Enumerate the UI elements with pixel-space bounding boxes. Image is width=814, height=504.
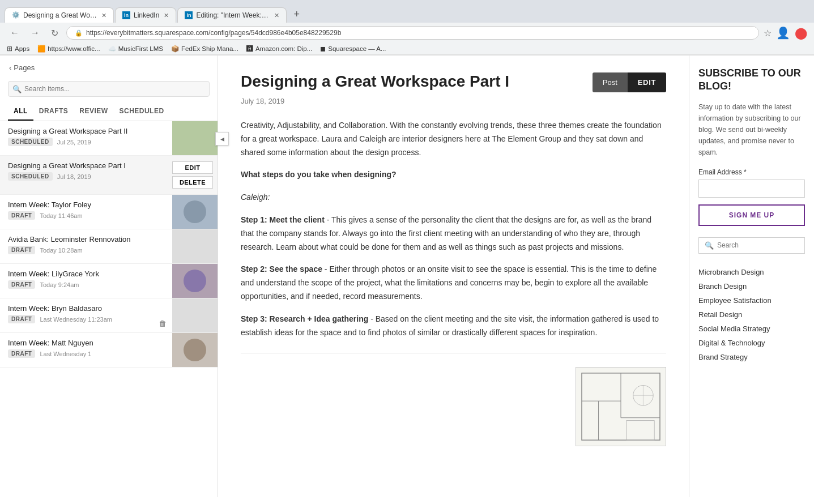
- bookmark-musicfirst[interactable]: ☁️ MusicFirst LMS: [108, 45, 163, 53]
- filter-all[interactable]: ALL: [8, 102, 33, 121]
- page-item-info-7: Intern Week: Matt Nguyen DRAFT Last Wedn…: [0, 333, 172, 367]
- page-thumb-5: [172, 264, 218, 298]
- filter-scheduled[interactable]: SCHEDULED: [114, 102, 170, 121]
- search-input[interactable]: [8, 81, 210, 97]
- page-item-avidia[interactable]: Avidia Bank: Leominster Rennovation DRAF…: [0, 229, 218, 264]
- search-bar-container: 🔍: [0, 78, 218, 102]
- page-item-info-4: Avidia Bank: Leominster Rennovation DRAF…: [0, 229, 172, 263]
- page-badges-1: SCHEDULED Jul 25, 2019: [8, 138, 164, 146]
- avatar-icon[interactable]: 👤: [776, 26, 790, 40]
- subscribe-desc: Stay up to date with the latest informat…: [698, 101, 805, 158]
- page-thumb-3: [172, 195, 218, 229]
- search-widget-icon: 🔍: [705, 241, 714, 250]
- svg-rect-5: [627, 421, 654, 440]
- category-microbranch[interactable]: Microbranch Design: [698, 265, 805, 279]
- squarespace-label: Squarespace — A...: [328, 45, 386, 52]
- page-badges-7: DRAFT Last Wednesday 1: [8, 349, 164, 358]
- office-label: https://www.offic...: [48, 45, 100, 52]
- address-input[interactable]: 🔒 https://everybitmatters.squarespace.co…: [66, 26, 759, 40]
- reload-button[interactable]: ↻: [48, 27, 62, 40]
- fedex-icon: 📦: [171, 45, 179, 53]
- page-title-6: Intern Week: Bryn Baldasaro: [8, 304, 164, 313]
- page-badges-5: DRAFT Today 9:24am: [8, 280, 164, 289]
- step3-para: Step 3: Research + Idea gathering - Base…: [241, 313, 666, 340]
- bookmark-amazon[interactable]: 🅰 Amazon.com: Dip...: [246, 45, 312, 52]
- email-input[interactable]: [698, 180, 805, 198]
- star-icon[interactable]: ☆: [764, 28, 772, 39]
- page-item-matt[interactable]: Intern Week: Matt Nguyen DRAFT Last Wedn…: [0, 333, 218, 368]
- bookmark-apps[interactable]: ⊞ Apps: [7, 45, 29, 53]
- edit-button-item2[interactable]: EDIT: [172, 161, 213, 174]
- forward-button[interactable]: →: [27, 27, 43, 39]
- right-sidebar: SUBSCRIBE TO OUR BLOG! Stay up to date w…: [689, 55, 814, 497]
- post-button[interactable]: Post: [593, 72, 628, 92]
- article-date: July 18, 2019: [241, 97, 666, 105]
- tab-linkedin[interactable]: in LinkedIn ✕: [115, 7, 176, 23]
- floor-plan-svg: [576, 367, 666, 446]
- page-thumb-7: [172, 333, 218, 367]
- trash-icon-btn-6[interactable]: 🗑: [159, 319, 167, 328]
- category-digital[interactable]: Digital & Technology: [698, 336, 805, 350]
- page-item-lilygrace[interactable]: Intern Week: LilyGrace York DRAFT Today …: [0, 264, 218, 298]
- page-item-info-3: Intern Week: Taylor Foley DRAFT Today 11…: [0, 195, 172, 229]
- delete-button-item2[interactable]: DELETE: [172, 176, 213, 189]
- badge-scheduled-1: SCHEDULED: [8, 138, 53, 146]
- category-employee[interactable]: Employee Satisfaction: [698, 293, 805, 307]
- edit-button[interactable]: EDIT: [628, 72, 666, 92]
- bookmark-office[interactable]: 🟧 https://www.offic...: [37, 45, 100, 53]
- sign-me-up-button[interactable]: SIGN ME UP: [698, 204, 805, 226]
- badge-scheduled-2: SCHEDULED: [8, 172, 53, 181]
- category-social[interactable]: Social Media Strategy: [698, 322, 805, 336]
- badge-draft-7: DRAFT: [8, 349, 35, 358]
- category-brand[interactable]: Brand Strategy: [698, 350, 805, 364]
- tab1-close[interactable]: ✕: [101, 12, 106, 19]
- menu-dot-icon[interactable]: ⬤: [795, 26, 807, 40]
- article-question: What steps do you take when designing?: [241, 168, 666, 182]
- new-tab-button[interactable]: +: [288, 6, 305, 23]
- date-3: Today 11:46am: [40, 212, 82, 219]
- amazon-icon: 🅰: [246, 45, 253, 52]
- badge-draft-4: DRAFT: [8, 246, 35, 254]
- date-5: Today 9:24am: [40, 281, 79, 288]
- back-pages-button[interactable]: ‹ Pages: [9, 63, 35, 72]
- page-list: Designing a Great Workspace Part II SCHE…: [0, 121, 218, 497]
- squarespace-icon: ◼: [320, 45, 326, 53]
- page-item-bryn[interactable]: Intern Week: Bryn Baldasaro DRAFT Last W…: [0, 298, 218, 333]
- bookmark-squarespace[interactable]: ◼ Squarespace — A...: [320, 45, 386, 53]
- category-branch[interactable]: Branch Design: [698, 279, 805, 293]
- bookmark-fedex[interactable]: 📦 FedEx Ship Mana...: [171, 45, 238, 53]
- page-badges-4: DRAFT Today 10:28am: [8, 246, 164, 254]
- step1-para: Step 1: Meet the client - This gives a s…: [241, 213, 666, 254]
- tab2-favicon: in: [122, 11, 130, 19]
- tab-designing-workspace[interactable]: ⚙️ Designing a Great Workspace ✕: [5, 7, 114, 23]
- search-icon: 🔍: [12, 85, 22, 93]
- category-retail[interactable]: Retail Design: [698, 307, 805, 322]
- search-wrap: 🔍: [8, 81, 210, 97]
- article-author: Caleigh:: [241, 191, 666, 204]
- page-item-taylor[interactable]: Intern Week: Taylor Foley DRAFT Today 11…: [0, 195, 218, 229]
- page-title-4: Avidia Bank: Leominster Rennovation: [8, 235, 164, 244]
- page-item-workspace-1[interactable]: Designing a Great Workspace Part I SCHED…: [0, 156, 218, 195]
- filter-review[interactable]: REVIEW: [74, 102, 113, 121]
- item-actions-2: EDIT DELETE: [168, 156, 218, 194]
- tab-editing[interactable]: in Editing: "Intern Week: Bryn Ba... ✕: [177, 7, 287, 23]
- main-layout: ◂ ‹ Pages 🔍 ALL DRAFTS REVIEW SCHEDULED: [0, 55, 814, 497]
- date-6: Last Wednesday 11:23am: [40, 316, 112, 323]
- page-item-workspace-2[interactable]: Designing a Great Workspace Part II SCHE…: [0, 121, 218, 156]
- page-thumb-6: [172, 298, 218, 332]
- tab3-title: Editing: "Intern Week: Bryn Ba...: [196, 11, 270, 19]
- page-item-info-5: Intern Week: LilyGrace York DRAFT Today …: [0, 264, 172, 298]
- sidebar-toggle[interactable]: ◂: [215, 132, 229, 146]
- tab2-close[interactable]: ✕: [164, 12, 169, 19]
- filter-drafts[interactable]: DRAFTS: [33, 102, 74, 121]
- article-title: Designing a Great Workspace Part I: [241, 72, 509, 91]
- back-button[interactable]: ←: [7, 27, 23, 39]
- page-item-info-1: Designing a Great Workspace Part II SCHE…: [0, 121, 172, 155]
- badge-draft-6: DRAFT: [8, 315, 35, 323]
- search-widget-input[interactable]: [717, 241, 799, 249]
- tab3-close[interactable]: ✕: [274, 12, 279, 19]
- badge-draft-3: DRAFT: [8, 211, 35, 220]
- url-text: https://everybitmatters.squarespace.com/…: [86, 29, 341, 37]
- amazon-label: Amazon.com: Dip...: [255, 45, 312, 52]
- category-list: Microbranch Design Branch Design Employe…: [698, 265, 805, 364]
